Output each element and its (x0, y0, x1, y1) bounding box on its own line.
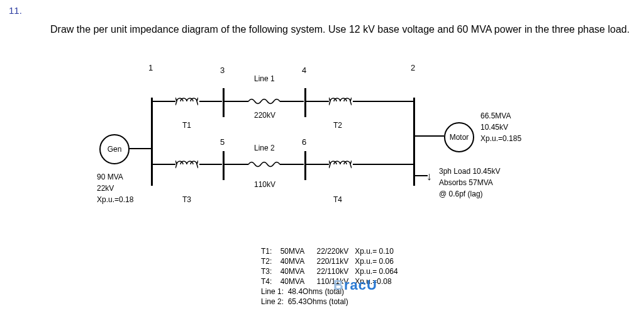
table-row-t2: T2: 40MVA 220/11kV Xp.u.= 0.06 (261, 256, 398, 266)
bus-number-2: 2 (411, 63, 415, 72)
watermark-text: BracU (333, 277, 377, 293)
motor-mva: 66.5MVA (480, 111, 511, 120)
gen-kv: 22kV (97, 184, 114, 193)
gen-mva: 90 MVA (97, 173, 123, 181)
bus-number-3: 3 (220, 65, 225, 75)
wire (280, 164, 304, 165)
t3-label: T3 (182, 195, 191, 204)
circuit-diagram: Gen 90 MVA 22kV Xp.u.=0.18 1 T1 3 Line 1… (94, 63, 585, 239)
bus-number-5: 5 (220, 137, 225, 147)
motor-kv: 10.45kV (480, 123, 508, 132)
line2-label: Line 2 (254, 144, 275, 152)
wire (128, 148, 151, 149)
table-row-line2: Line 2: 65.43Ohms (total) (261, 297, 398, 307)
gen-xpu: Xp.u.=0.18 (97, 195, 133, 204)
wire (199, 164, 222, 165)
generator-symbol: Gen (99, 134, 130, 164)
wire (225, 164, 248, 165)
load-l2: Absorbs 57MVA (439, 178, 493, 187)
transformer-t3 (175, 157, 198, 172)
t4-label: T4 (333, 195, 342, 204)
table-row-t1: T1: 50MVA 22/220kV Xp.u.= 0.10 (261, 246, 398, 256)
bus-number-6: 6 (302, 137, 306, 147)
wire (153, 101, 175, 102)
t2-label: T2 (333, 121, 342, 130)
table-row-t3: T3: 40MVA 22/110kV Xp.u.= 0.064 (261, 266, 398, 276)
busbar-2 (413, 98, 415, 186)
table-row-line1: Line 1: 48.4Ohms (total) (261, 287, 398, 297)
bus-number-1: 1 (148, 63, 153, 72)
transformer-t1 (175, 94, 198, 109)
busbar-5 (223, 151, 225, 180)
motor-symbol: Motor (444, 122, 474, 152)
line1-kv: 220kV (254, 111, 275, 120)
transmission-line-1 (248, 97, 280, 106)
t1-label: T1 (182, 121, 191, 130)
bus-number-4: 4 (302, 65, 306, 75)
motor-xpu: Xp.u.=0.185 (480, 134, 521, 143)
component-data-table: T1: 50MVA 22/220kV Xp.u.= 0.10 T2: 40MVA… (261, 246, 398, 307)
transformer-t4 (329, 157, 352, 172)
wire (153, 164, 175, 165)
generator-label: Gen (108, 145, 122, 154)
load-l3: @ 0.6pf (lag) (439, 190, 483, 198)
wire (415, 175, 428, 176)
wire (199, 101, 222, 102)
transmission-line-2 (248, 160, 280, 169)
busbar-6 (304, 151, 306, 180)
busbar-4 (304, 88, 306, 117)
line2-kv: 110kV (254, 180, 275, 189)
table-row-t4: T4: 40MVA 110/11kV Xp.u.=0.08 (261, 276, 398, 287)
busbar-3 (223, 88, 225, 117)
wire (353, 164, 413, 165)
question-text: Draw the per unit impedance diagram of t… (50, 24, 630, 35)
line1-label: Line 1 (254, 74, 275, 83)
wire (306, 164, 329, 165)
transformer-t2 (329, 94, 352, 109)
motor-label: Motor (450, 133, 469, 142)
wire (415, 135, 444, 137)
load-l1: 3ph Load 10.45kV (439, 167, 500, 176)
wire (280, 101, 304, 102)
wire (353, 101, 413, 102)
wire (306, 101, 329, 102)
wire (225, 101, 248, 102)
load-arrow-icon: ↓ (426, 170, 432, 183)
question-number: 11. (9, 5, 22, 16)
busbar-1 (151, 98, 153, 186)
